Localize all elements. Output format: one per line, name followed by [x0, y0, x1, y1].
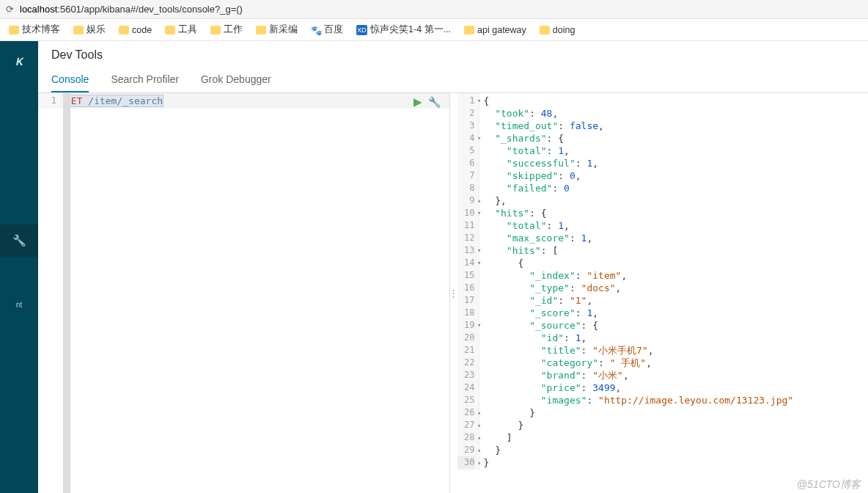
line-number: 9▴ [457, 194, 475, 207]
url-text[interactable]: localhost:5601/app/kibana#/dev_tools/con… [20, 4, 243, 15]
reload-icon[interactable]: ⟳ [6, 4, 14, 15]
folder-icon [540, 26, 550, 34]
tab-grok-debugger[interactable]: Grok Debugger [201, 66, 271, 92]
bookmark-item[interactable]: 工具 [165, 23, 197, 36]
bookmark-item[interactable]: 新采编 [256, 23, 298, 36]
bookmark-item[interactable]: XD惊声尖笑1-4 第一... [356, 23, 451, 36]
bookmark-label: 百度 [324, 23, 343, 36]
line-number: 4▾ [457, 132, 475, 145]
nav-item-active[interactable]: 🔧 [0, 224, 38, 257]
watermark: @51CTO博客 [797, 478, 861, 492]
bookmark-label: api gateway [477, 25, 526, 35]
fold-icon[interactable]: ▾ [477, 132, 481, 145]
tab-console[interactable]: Console [51, 66, 89, 92]
folder-icon [210, 26, 221, 34]
line-number: 25 [457, 394, 475, 406]
wrench-icon: 🔧 [12, 234, 26, 247]
nav-item[interactable]: 𝙆 [0, 45, 38, 78]
nav-label: nt [16, 301, 22, 309]
line-number: 8 [457, 182, 475, 194]
bookmark-item[interactable]: 工作 [210, 23, 243, 36]
fold-icon[interactable]: ▴ [477, 406, 481, 419]
baidu-icon: 🐾 [311, 25, 321, 35]
bookmark-item[interactable]: 技术博客 [9, 23, 60, 36]
line-number: 3 [457, 120, 475, 132]
request-scrollbar[interactable] [63, 93, 70, 493]
folder-icon [73, 26, 84, 34]
kibana-logo-icon: 𝙆 [15, 55, 23, 68]
line-number: 19▾ [457, 319, 475, 332]
tab-search-profiler[interactable]: Search Profiler [111, 66, 179, 92]
bookmark-item[interactable]: 🐾百度 [311, 23, 343, 36]
line-number: 2 [457, 107, 475, 120]
tabs: ConsoleSearch ProfilerGrok Debugger [38, 66, 868, 93]
fold-icon[interactable]: ▴ [477, 431, 481, 444]
run-icon[interactable]: ▶ [413, 95, 422, 109]
line-number: 10▾ [457, 207, 475, 219]
line-number: 22 [457, 357, 475, 369]
fold-icon[interactable]: ▴ [477, 444, 481, 456]
line-number: 15 [457, 269, 475, 282]
line-number: 16 [457, 282, 475, 294]
bookmark-item[interactable]: api gateway [464, 25, 526, 35]
fold-icon[interactable]: ▾ [477, 244, 481, 257]
fold-icon[interactable]: ▾ [477, 207, 481, 219]
fold-icon[interactable]: ▴ [477, 194, 481, 207]
line-number: 26▴ [457, 406, 475, 419]
fold-icon[interactable]: ▾ [477, 319, 481, 332]
response-pane[interactable]: 1▾234▾56789▴10▾111213▾14▾1516171819▾2021… [457, 93, 869, 493]
line-number: 17 [457, 294, 475, 307]
response-code: { "took": 48, "timed_out": false, "_shar… [479, 93, 869, 470]
folder-icon [464, 26, 474, 34]
request-code[interactable]: GET /item/_search [60, 93, 449, 109]
request-editor-pane[interactable]: 1 GET /item/_search ▶ 🔧 [38, 93, 450, 493]
page-title: Dev Tools [38, 41, 868, 66]
site-icon: XD [356, 25, 367, 35]
settings-icon[interactable]: 🔧 [428, 96, 441, 108]
bookmark-item[interactable]: 娱乐 [73, 23, 106, 36]
line-number: 5 [457, 145, 475, 157]
line-number: 1 [38, 95, 56, 107]
folder-icon [119, 26, 129, 34]
folder-icon [256, 26, 266, 34]
bookmark-label: 工作 [224, 23, 243, 36]
bookmark-label: doing [553, 25, 575, 35]
line-number: 12 [457, 232, 475, 244]
line-number: 13▾ [457, 244, 475, 257]
address-bar[interactable]: ⟳ localhost:5601/app/kibana#/dev_tools/c… [0, 0, 868, 19]
line-number: 27▴ [457, 419, 475, 431]
fold-icon[interactable]: ▴ [477, 456, 481, 469]
bookmark-label: 娱乐 [87, 23, 106, 36]
bookmark-item[interactable]: doing [540, 25, 575, 35]
line-number: 29▴ [457, 444, 475, 456]
folder-icon [165, 26, 175, 34]
line-number: 11 [457, 219, 475, 232]
line-number: 1▾ [457, 95, 475, 107]
line-number: 6 [457, 157, 475, 169]
folder-icon [9, 26, 19, 34]
line-number: 30▴ [457, 456, 475, 469]
bookmark-label: code [132, 25, 152, 35]
bookmark-label: 技术博客 [22, 23, 60, 36]
fold-icon[interactable]: ▾ [477, 257, 481, 269]
line-number: 14▾ [457, 257, 475, 269]
line-number: 7 [457, 169, 475, 182]
bookmark-item[interactable]: code [119, 25, 152, 35]
kibana-sidebar: 𝙆 🔧 nt [0, 41, 38, 493]
bookmarks-bar: 技术博客娱乐code工具工作新采编🐾百度XD惊声尖笑1-4 第一...api g… [0, 19, 868, 41]
bookmark-label: 工具 [178, 23, 197, 36]
line-number: 21 [457, 344, 475, 357]
line-number: 18 [457, 307, 475, 319]
line-number: 20 [457, 332, 475, 344]
pane-splitter[interactable]: ⋮ [450, 93, 457, 493]
line-number: 28▴ [457, 431, 475, 444]
bookmark-label: 惊声尖笑1-4 第一... [370, 23, 451, 36]
fold-icon[interactable]: ▾ [477, 95, 481, 107]
bookmark-label: 新采编 [269, 23, 298, 36]
line-number: 23 [457, 369, 475, 381]
fold-icon[interactable]: ▴ [477, 419, 481, 431]
line-number: 24 [457, 381, 475, 394]
